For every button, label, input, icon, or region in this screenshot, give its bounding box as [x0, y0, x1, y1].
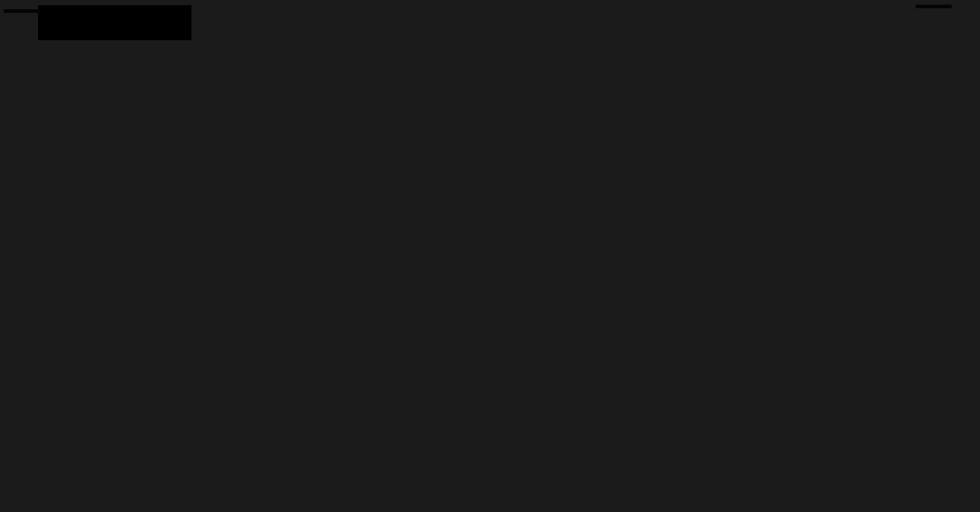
swing-pivots-panel[interactable] — [916, 5, 952, 8]
chart-window — [0, 0, 980, 512]
bench-marks-panel[interactable] — [4, 9, 40, 13]
chart-canvas-overlay[interactable] — [0, 0, 980, 512]
